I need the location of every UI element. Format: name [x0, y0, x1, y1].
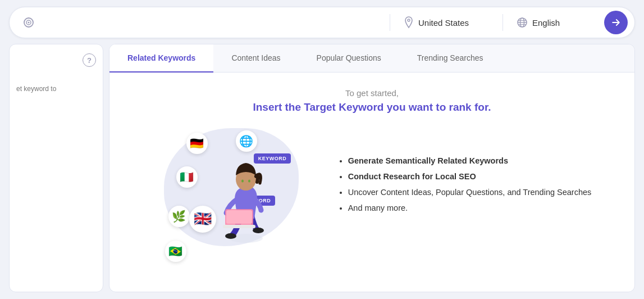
feature-item-3: Uncover Content Ideas, Popular Questions… [348, 188, 592, 197]
svg-point-16 [241, 179, 244, 182]
app-container: content marketing United States English [0, 0, 644, 299]
help-icon[interactable]: ? [83, 53, 96, 67]
target-icon [23, 17, 34, 28]
search-section-country: United States [390, 16, 503, 29]
cta-title: Insert the Target Keyword you want to ra… [253, 101, 491, 114]
features-list: Generate Semantically Related Keywords C… [337, 156, 592, 212]
location-icon [404, 16, 414, 29]
cta-subtitle: To get started, [345, 88, 399, 98]
arrow-right-icon [610, 17, 622, 28]
search-section-query: content marketing [14, 17, 390, 28]
illustration: 🇩🇪 🌐 🇮🇹 🌿 🇬🇧 🇧🇷 KEYWORD KEYWORD [153, 123, 310, 246]
svg-rect-14 [223, 225, 255, 228]
main-content: ? et keyword to Related Keywords Content… [9, 44, 635, 292]
tabs-nav: Related Keywords Content Ideas Popular Q… [109, 44, 634, 73]
person-illustration [209, 143, 282, 246]
sidebar: ? et keyword to [9, 44, 103, 292]
tab-content-area: Related Keywords Content Ideas Popular Q… [109, 44, 635, 292]
search-section-lang: English [503, 17, 604, 28]
svg-point-11 [253, 228, 264, 233]
search-submit-button[interactable] [604, 11, 628, 34]
language-icon [517, 17, 528, 28]
svg-point-10 [225, 233, 236, 239]
flag-br: 🇧🇷 [165, 241, 186, 262]
keyword-input[interactable]: content marketing [39, 18, 381, 28]
feature-item-1: Generate Semantically Related Keywords [348, 156, 592, 165]
flag-leaf: 🌿 [168, 206, 190, 227]
feature-item-4: And many more. [348, 203, 592, 212]
svg-point-2 [28, 22, 30, 24]
tab-related-keywords[interactable]: Related Keywords [109, 44, 213, 73]
cta-content: 🇩🇪 🌐 🇮🇹 🌿 🇬🇧 🇧🇷 KEYWORD KEYWORD [132, 123, 612, 246]
tab-popular-questions[interactable]: Popular Questions [299, 44, 399, 73]
feature-item-2: Conduct Research for Local SEO [348, 172, 592, 181]
tab-trending-searches[interactable]: Trending Searches [399, 44, 501, 73]
flag-de: 🇩🇪 [186, 133, 208, 154]
search-bar: content marketing United States English [9, 7, 635, 38]
language-label: English [532, 18, 560, 28]
country-label: United States [418, 18, 469, 28]
sidebar-hint: et keyword to [16, 85, 56, 93]
tab-content-ideas[interactable]: Content Ideas [213, 44, 298, 73]
flag-it: 🇮🇹 [176, 166, 198, 188]
svg-point-3 [408, 19, 410, 21]
tab-body: To get started, Insert the Target Keywor… [109, 73, 634, 292]
svg-point-17 [248, 179, 250, 182]
svg-rect-13 [226, 210, 252, 224]
